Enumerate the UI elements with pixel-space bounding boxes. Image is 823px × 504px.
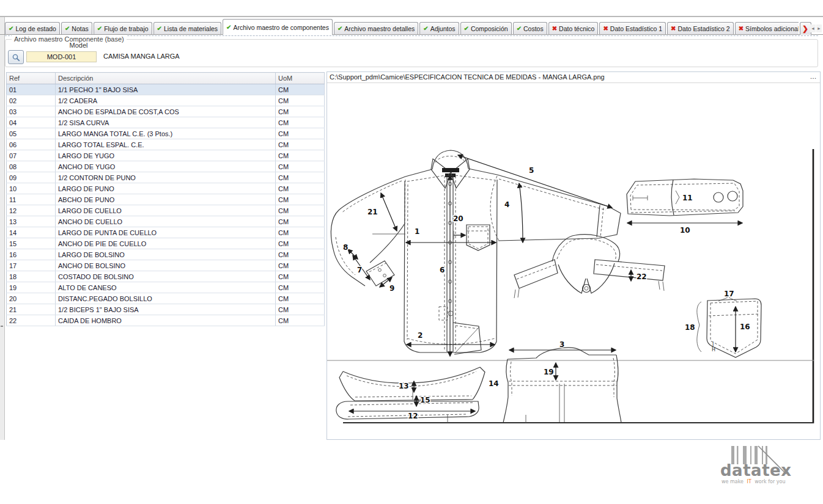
table-row[interactable]: 21 1/2 BICEPS 1" BAJO SISA CM bbox=[7, 304, 325, 315]
callout-3: 3 bbox=[559, 340, 564, 349]
column-header-ref[interactable]: Ref bbox=[7, 73, 56, 84]
callout-14: 14 bbox=[489, 379, 499, 388]
tab-label: Dato Estadístico 2 bbox=[677, 25, 729, 32]
browse-button[interactable]: … bbox=[808, 72, 819, 82]
callout-18: 18 bbox=[685, 323, 695, 332]
tab-notas[interactable]: ✔ Notas bbox=[61, 22, 92, 35]
check-icon: ✔ bbox=[157, 26, 162, 32]
model-code-field[interactable]: MOD-001 bbox=[26, 51, 97, 62]
window-top-border bbox=[0, 16, 823, 17]
callout-12: 12 bbox=[408, 412, 418, 420]
table-row[interactable]: 13 ANCHO DE CUELLO CM bbox=[7, 216, 325, 227]
splitter-handle[interactable] bbox=[1, 326, 3, 327]
table-row[interactable]: 04 1/2 SISA CURVA CM bbox=[7, 117, 325, 128]
callout-5: 5 bbox=[529, 166, 534, 175]
logo-tagline-pre: we make bbox=[722, 479, 744, 484]
measurements-table[interactable]: Ref Descripción UoM 01 1/1 PECHO 1" BAJO… bbox=[6, 72, 325, 326]
callout-2: 2 bbox=[418, 331, 423, 340]
tab-log-de-estado[interactable]: ✔ Log de estado bbox=[5, 22, 60, 35]
table-row[interactable]: 16 LARGO DE BOLSINO CM bbox=[7, 249, 325, 260]
cuff-detail: 11 10 bbox=[627, 179, 743, 235]
table-row[interactable]: 01 1/1 PECHO 1" BAJO SISA CM bbox=[7, 84, 325, 95]
image-path-text: C:\Support_pdm\Camice\ESPECIFICACION TEC… bbox=[330, 72, 605, 82]
tab-scroll-right-button[interactable]: ► bbox=[816, 24, 822, 32]
check-icon: ✔ bbox=[97, 26, 102, 32]
table-row[interactable]: 11 ABCHO DE PUNO CM bbox=[7, 194, 325, 205]
logo-tagline-post: work for you bbox=[755, 479, 785, 484]
tab-archivo-maestro-detalles[interactable]: ✔ Archivo maestro detalles bbox=[334, 22, 418, 35]
callout-7: 7 bbox=[357, 266, 362, 274]
image-path-bar[interactable]: C:\Support_pdm\Camice\ESPECIFICACION TEC… bbox=[327, 72, 820, 83]
tab-label: Dato Estadístico 1 bbox=[610, 25, 662, 32]
column-header-descripcion[interactable]: Descripción bbox=[56, 73, 276, 84]
technical-drawing-area: 1 2 5 4 6 20 21 8 7 9 bbox=[327, 83, 819, 438]
table-row[interactable]: 05 LARGO MANGA TOTAL C.E. (3 Ptos.) CM bbox=[7, 128, 325, 139]
callout-17: 17 bbox=[724, 290, 734, 298]
table-row[interactable]: 08 ANCHO DE YUGO CM bbox=[7, 161, 325, 172]
back-yoke-piece: 3 19 bbox=[503, 340, 621, 423]
technical-drawing-svg: 1 2 5 4 6 20 21 8 7 9 bbox=[327, 83, 819, 438]
callout-6: 6 bbox=[440, 266, 445, 274]
tab-label: Notas bbox=[72, 25, 88, 32]
tab-strip-baseline bbox=[0, 34, 823, 35]
table-header-row: Ref Descripción UoM bbox=[7, 73, 325, 84]
svg-text:H: H bbox=[712, 347, 715, 352]
tab-composici-n[interactable]: ✔ Composición bbox=[460, 22, 512, 35]
tab-costos[interactable]: ✔ Costos bbox=[513, 22, 547, 35]
table-row[interactable]: 12 LARGO DE CUELLO CM bbox=[7, 205, 325, 216]
table-row[interactable]: 03 ANCHO DE ESPALDA DE COST,A COS CM bbox=[7, 106, 325, 117]
table-body: 01 1/1 PECHO 1" BAJO SISA CM 02 1/2 CADE… bbox=[7, 84, 325, 326]
tab-scroll-buttons: ◄ ► bbox=[810, 24, 822, 32]
table-row[interactable]: 15 ANCHO DE PIE DE CUELLO CM bbox=[7, 238, 325, 249]
callout-10: 10 bbox=[680, 226, 690, 235]
callout-19: 19 bbox=[544, 368, 554, 376]
callout-16: 16 bbox=[740, 323, 750, 331]
model-search-button[interactable] bbox=[8, 50, 24, 64]
tab-adjuntos[interactable]: ✔ Adjuntos bbox=[419, 22, 459, 35]
table-row[interactable]: 09 1/2 CONTORN DE PUNO CM bbox=[7, 172, 325, 183]
tab-archivo-maestro-de-componentes[interactable]: ✔ Archivo maestro de componentes bbox=[223, 19, 333, 35]
tab-s-mbolos-adicionales[interactable]: ✖ Símbolos adicionales bbox=[735, 22, 799, 35]
datatex-logo-svg: datatex we make IT work for you bbox=[720, 444, 800, 486]
callout-11: 11 bbox=[682, 194, 693, 202]
column-header-uom[interactable]: UoM bbox=[276, 73, 325, 84]
table-row[interactable]: 17 ANCHO DE BOLSINO CM bbox=[7, 260, 325, 271]
callout-22: 22 bbox=[637, 272, 647, 281]
tab-dato-estad-stico-1[interactable]: ✖ Dato Estadístico 1 bbox=[599, 22, 666, 35]
tab-dato-estad-stico-2[interactable]: ✖ Dato Estadístico 2 bbox=[667, 22, 734, 35]
callout-20: 20 bbox=[453, 214, 463, 223]
tab-bar: ✔ Log de estado ✔ Notas ✔ Flujo de traba… bbox=[5, 19, 799, 35]
table-row[interactable]: 19 ALTO DE CANESO CM bbox=[7, 282, 325, 293]
tab-lista-de-materiales[interactable]: ✔ Lista de materiales bbox=[153, 22, 222, 35]
collar-back-view: 22 bbox=[514, 235, 665, 298]
table-row[interactable]: 07 LARGO DE YUGO CM bbox=[7, 150, 325, 161]
table-row[interactable]: 06 LARGO TOTAL ESPAL. C.E. CM bbox=[7, 139, 325, 150]
callout-4: 4 bbox=[504, 200, 509, 209]
check-icon: ✔ bbox=[226, 24, 231, 31]
tab-flujo-de-trabajo[interactable]: ✔ Flujo de trabajo bbox=[94, 22, 152, 35]
x-icon: ✖ bbox=[552, 26, 557, 32]
table-row[interactable]: 18 COSTADO DE BOLSINO CM bbox=[7, 271, 325, 282]
pocket-detail: 17 16 18 J H bbox=[685, 290, 761, 357]
tab-dato-t-cnico[interactable]: ✖ Dato técnico bbox=[548, 22, 599, 35]
logo-tagline-it: IT bbox=[747, 479, 751, 484]
left-splitter-strip[interactable] bbox=[0, 17, 5, 440]
check-icon: ✔ bbox=[464, 26, 469, 32]
table-row[interactable]: 22 CAIDA DE HOMBRO CM bbox=[7, 315, 325, 326]
tab-scroll-left-button[interactable]: ◄ bbox=[810, 24, 816, 32]
table-row[interactable]: 10 LARGO DE PUNO CM bbox=[7, 183, 325, 194]
table-row[interactable]: 14 LARGO DE PUNTA DE CUELLO CM bbox=[7, 227, 325, 238]
tab-label: Log de estado bbox=[15, 25, 56, 32]
tab-label: Símbolos adicionales bbox=[745, 25, 799, 32]
table-row[interactable]: 20 DISTANC.PEGADO BOLSILLO CM bbox=[7, 293, 325, 304]
check-icon: ✔ bbox=[65, 26, 70, 32]
check-icon: ✔ bbox=[9, 26, 13, 32]
tab-label: Composición bbox=[471, 25, 508, 32]
overflow-marker-icon: ❯ bbox=[802, 24, 808, 33]
svg-text:we make IT work fo: we make IT work for you bbox=[722, 479, 785, 484]
table-row[interactable]: 02 1/2 CADERA CM bbox=[7, 95, 325, 106]
callout-15: 15 bbox=[420, 396, 430, 404]
tab-label: Adjuntos bbox=[430, 25, 456, 32]
tab-label: Costos bbox=[523, 25, 544, 32]
collar-flat-piece: 13 15 12 14 bbox=[336, 367, 499, 420]
